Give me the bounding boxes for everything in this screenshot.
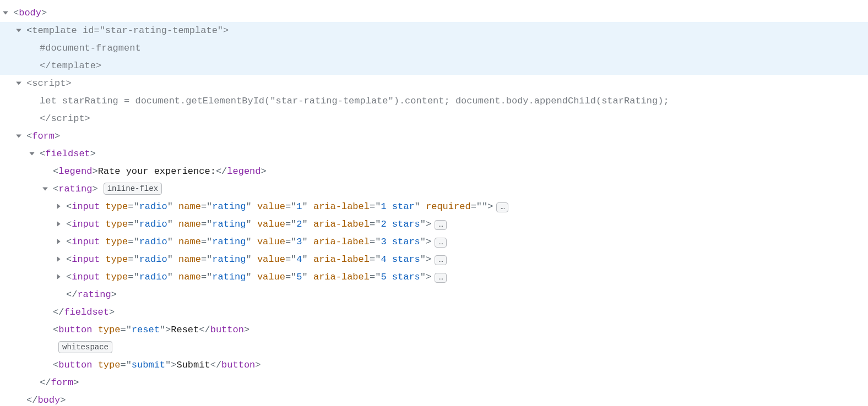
tree-row-template-close[interactable]: </template> <box>0 57 868 75</box>
tree-row-button-submit[interactable]: <button type="submit">Submit</button> <box>0 356 868 374</box>
disclosure-triangle-icon[interactable] <box>15 27 23 35</box>
disclosure-triangle-icon[interactable] <box>42 185 50 193</box>
tree-row-input[interactable]: <input type="radio" name="rating" value=… <box>0 233 868 251</box>
disclosure-triangle-icon[interactable] <box>55 203 63 211</box>
tree-row-input[interactable]: <input type="radio" name="rating" value=… <box>0 268 868 286</box>
tree-row-body-open[interactable]: <body> <box>0 4 868 22</box>
tree-row-fieldset-open[interactable]: <fieldset> <box>0 145 868 163</box>
tree-row-input[interactable]: <input type="radio" name="rating" value=… <box>0 216 868 233</box>
tree-row-script-body[interactable]: let starRating = document.getElementById… <box>0 92 868 110</box>
tree-row-legend[interactable]: <legend>Rate your experience:</legend> <box>0 163 868 180</box>
ellipsis-badge[interactable]: … <box>435 273 447 283</box>
ellipsis-badge[interactable]: … <box>435 220 447 230</box>
tree-row-form-close[interactable]: </form> <box>0 374 868 392</box>
disclosure-triangle-icon[interactable] <box>15 80 23 87</box>
tree-row-body-close[interactable]: </body> <box>0 392 868 406</box>
whitespace-badge: whitespace <box>58 341 112 353</box>
ellipsis-badge[interactable]: … <box>496 202 508 212</box>
tree-row-rating-open[interactable]: <rating>inline-flex <box>0 180 868 198</box>
disclosure-triangle-icon[interactable] <box>15 133 23 140</box>
display-badge: inline-flex <box>104 183 162 195</box>
tree-row-script-open[interactable]: <script> <box>0 75 868 92</box>
tree-row-whitespace[interactable]: whitespace <box>0 339 868 356</box>
ellipsis-badge[interactable]: … <box>435 238 447 248</box>
tree-row-script-close[interactable]: </script> <box>0 110 868 128</box>
tree-row-rating-close[interactable]: </rating> <box>0 286 868 304</box>
disclosure-triangle-icon[interactable] <box>55 238 63 246</box>
document-fragment-label: #document-fragment <box>40 43 141 53</box>
disclosure-triangle-icon[interactable] <box>55 273 63 281</box>
disclosure-triangle-icon[interactable] <box>29 150 36 158</box>
disclosure-triangle-icon[interactable] <box>2 9 10 17</box>
tree-row-button-reset[interactable]: <button type="reset">Reset</button> <box>0 321 868 339</box>
disclosure-triangle-icon[interactable] <box>55 221 63 228</box>
ellipsis-badge[interactable]: … <box>435 255 447 265</box>
tree-row-input[interactable]: <input type="radio" name="rating" value=… <box>0 251 868 268</box>
tree-row-form-open[interactable]: <form> <box>0 128 868 145</box>
dom-tree[interactable]: <body><template id="star-rating-template… <box>0 4 868 406</box>
tree-row-doc-fragment[interactable]: #document-fragment <box>0 40 868 57</box>
tree-row-template-open[interactable]: <template id="star-rating-template"> <box>0 22 868 40</box>
script-text: let starRating = document.getElementById… <box>40 96 669 106</box>
tree-row-fieldset-close[interactable]: </fieldset> <box>0 304 868 321</box>
tree-row-input[interactable]: <input type="radio" name="rating" value=… <box>0 198 868 216</box>
disclosure-triangle-icon[interactable] <box>55 256 63 264</box>
